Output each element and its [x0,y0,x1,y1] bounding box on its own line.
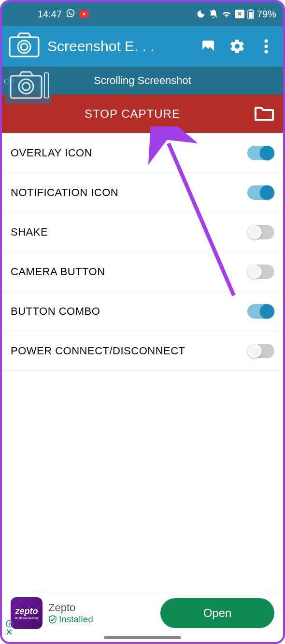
ad-logo: zepto 10 Minute Delivery [11,597,43,629]
setting-label: POWER CONNECT/DISCONNECT [11,345,247,357]
svg-rect-4 [249,12,253,18]
svg-point-11 [265,45,268,48]
setting-label: NOTIFICATION ICON [11,186,247,199]
floating-camera-overlay[interactable] [5,67,51,106]
svg-point-12 [265,50,268,54]
status-time: 14:47 [38,9,62,20]
setting-label: OVERLAY ICON [11,147,247,159]
youtube-icon [79,10,89,18]
camera-logo-icon [8,32,41,60]
ad-app-name: Zepto [48,602,155,614]
app-bar: Screenshot E. . . [2,26,283,67]
ad-open-button[interactable]: Open [160,598,274,628]
app-title: Screenshot E. . . [47,38,190,55]
battery-percent: 79% [257,9,276,20]
toggle-switch[interactable] [247,225,274,239]
toggle-switch[interactable] [247,344,274,358]
setting-row[interactable]: NOTIFICATION ICON [2,173,283,212]
setting-row[interactable]: SHAKE [2,212,283,252]
toggle-switch[interactable] [247,185,274,200]
setting-row[interactable]: OVERLAY ICON [2,133,283,173]
svg-point-8 [21,43,28,50]
ad-info-icons[interactable]: i [6,620,14,635]
folder-icon[interactable] [254,105,274,123]
mute-bell-icon [209,9,218,19]
svg-text:i: i [9,621,10,627]
gallery-icon[interactable] [197,35,219,57]
stop-capture-button[interactable]: STOP CAPTURE [11,107,254,121]
toggle-switch[interactable] [247,265,274,279]
setting-label: CAMERA BUTTON [11,266,247,278]
wifi-icon [221,9,232,19]
svg-rect-5 [250,9,252,10]
setting-label: BUTTON COMBO [11,305,247,318]
svg-point-7 [18,41,30,53]
toggle-switch[interactable] [247,304,274,319]
whatsapp-icon [66,8,75,20]
ad-status: Installed [48,614,155,625]
toggle-switch[interactable] [247,146,274,160]
ad-banner[interactable]: zepto 10 Minute Delivery Zepto Installed… [5,592,280,633]
gear-icon[interactable] [226,35,248,57]
svg-point-10 [265,40,268,43]
setting-label: SHAKE [11,226,247,238]
setting-row[interactable]: CAMERA BUTTON [2,252,283,292]
setting-row[interactable]: BUTTON COMBO [2,292,283,331]
battery-icon [247,9,254,19]
check-shield-icon [48,615,57,624]
ad-info-icon[interactable]: i [6,620,14,628]
data-icon: ✕ [235,10,244,18]
ad-close-icon[interactable] [6,629,13,635]
setting-row[interactable]: POWER CONNECT/DISCONNECT [2,331,283,371]
status-bar: 14:47 ✕ 79% [2,2,283,26]
svg-text:✕: ✕ [237,11,242,17]
more-vert-icon[interactable] [255,35,277,57]
home-indicator[interactable] [104,636,181,639]
sub-header-label: Scrolling Screenshot [94,74,191,87]
settings-list: OVERLAY ICONNOTIFICATION ICONSHAKECAMERA… [2,133,283,371]
dnd-moon-icon [196,9,206,19]
